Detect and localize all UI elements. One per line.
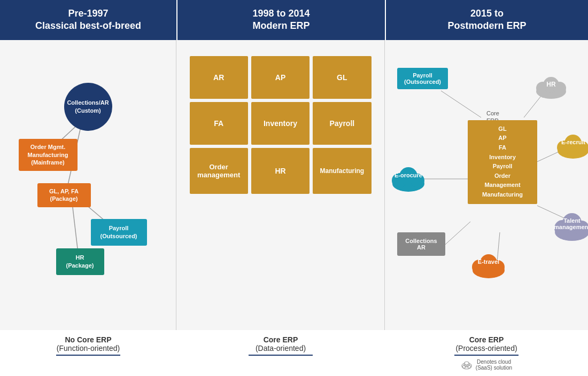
hr-box: HR(Package) <box>56 248 104 275</box>
col2: AR AP GL FA Inventory Payroll Ordermanag… <box>176 40 385 330</box>
gl-ap-fa-box: GL, AP, FA(Package) <box>37 183 91 207</box>
e-orocure-cloud: E-orocure <box>388 160 429 193</box>
main-container: Pre-1997 Classical best-of-breed 1998 to… <box>0 0 588 376</box>
header-row: Pre-1997 Classical best-of-breed 1998 to… <box>0 0 588 40</box>
collections-ar-bubble: Collections/AR(Custom) <box>64 83 112 131</box>
cloud-note-icon <box>461 360 473 370</box>
header-col1-line2: Classical best-of-breed <box>35 20 141 32</box>
col1: Collections/AR(Custom) Order Mgmt.Manufa… <box>0 40 176 330</box>
header-col2: 1998 to 2014 Modern ERP <box>176 0 385 40</box>
svg-point-33 <box>464 362 469 367</box>
footer-col1: No Core ERP (Function-oriented) <box>0 330 176 376</box>
header-col3-line2: Postmodern ERP <box>447 20 526 32</box>
erp-cell-manufacturing: Manufacturing <box>313 148 371 194</box>
payroll-outsourced-box: Payroll(Outsourced) <box>397 68 448 89</box>
header-col2-line2: Modern ERP <box>252 20 310 32</box>
core-erp-main-box: GLAPFAInventoryPayrollOrderManagementMan… <box>468 120 537 204</box>
footer-col1-line2: (Function-oriented) <box>57 344 120 352</box>
header-col2-line1: 1998 to 2014 <box>252 7 310 20</box>
erp-cell-fa: FA <box>190 102 248 145</box>
footer-col2: Core ERP (Data-oriented) <box>176 330 385 376</box>
col3-diagram: Payroll(Outsourced) CoreERP HR <box>388 56 585 302</box>
header-col1: Pre-1997 Classical best-of-breed <box>0 0 176 40</box>
header-col3: 2015 to Postmodern ERP <box>385 0 588 40</box>
erp-grid: AR AP GL FA Inventory Payroll Ordermanag… <box>190 56 372 194</box>
footer-col3-line1: Core ERP <box>469 335 504 344</box>
col3: Payroll(Outsourced) CoreERP HR <box>385 40 588 330</box>
content-row: Collections/AR(Custom) Order Mgmt.Manufa… <box>0 40 588 330</box>
order-mgmt-box: Order Mgmt.Manufacturing(Mainframe) <box>19 139 78 171</box>
erp-cell-order: Ordermanagement <box>190 148 248 194</box>
cloud-note-text: Denotes cloud(SaaS) solution <box>476 359 512 371</box>
footer-col2-line2: (Data-oriented) <box>256 344 306 352</box>
erp-cell-ap: AP <box>251 56 310 99</box>
erp-cell-hr: HR <box>251 148 310 194</box>
e-recruit-cloud: E-recruit <box>553 128 588 160</box>
footer-row: No Core ERP (Function-oriented) Core ERP… <box>0 330 588 376</box>
payroll-box: Payroll(Outsourced) <box>91 219 147 246</box>
header-col1-line1: Pre-1997 <box>35 7 141 20</box>
footer-col2-line1: Core ERP <box>264 335 298 344</box>
erp-cell-inventory: Inventory <box>251 102 310 145</box>
footer-col3: Core ERP (Process-oriented) Denotes clou… <box>385 330 588 376</box>
erp-cell-gl: GL <box>313 56 371 99</box>
footer-col1-line1: No Core ERP <box>65 335 111 344</box>
svg-line-9 <box>441 222 470 248</box>
header-col3-line1: 2015 to <box>447 7 526 20</box>
footer-col3-line2: (Process-oriented) <box>455 344 517 352</box>
talent-management-cloud: Talentmanagement <box>551 206 588 242</box>
collections-ar-box: CollectionsAR <box>397 232 445 256</box>
svg-line-4 <box>441 91 481 118</box>
e-travel-cloud: E-travel <box>468 246 509 280</box>
erp-cell-payroll: Payroll <box>313 102 371 145</box>
erp-cell-ar: AR <box>190 56 248 99</box>
cloud-note: Denotes cloud(SaaS) solution <box>461 359 512 371</box>
hr-cloud: HR <box>532 71 570 100</box>
svg-line-3 <box>72 203 78 248</box>
col1-diagram: Collections/AR(Custom) Order Mgmt.Manufa… <box>8 56 168 302</box>
